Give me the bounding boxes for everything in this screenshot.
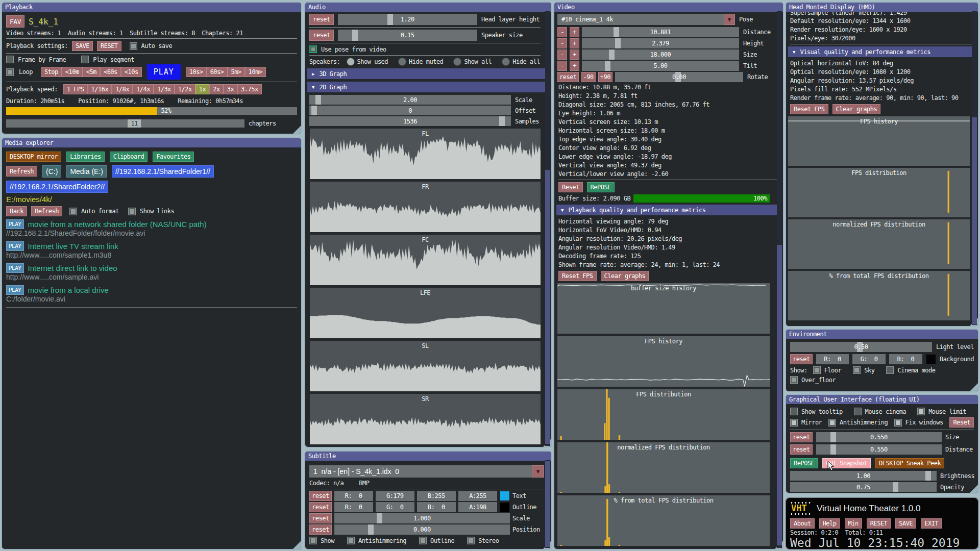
- auto-format-checkbox[interactable]: [69, 208, 77, 215]
- reset-button[interactable]: reset: [790, 432, 813, 442]
- subtitle-checkbox[interactable]: [309, 537, 317, 544]
- subtitle-track-dropdown[interactable]: 1 n/a - [en] - S_4k_1.idx 0: [309, 465, 532, 478]
- color-b-field[interactable]: B: 0: [417, 502, 456, 512]
- play-segment-checkbox[interactable]: [81, 56, 89, 63]
- drive-button[interactable]: Media (E:): [66, 165, 107, 178]
- media-item-title[interactable]: Internet direct link to video: [28, 264, 117, 272]
- seek-forward-button[interactable]: 60s>: [207, 67, 228, 77]
- gui-repose-button[interactable]: RePOSE: [790, 458, 818, 468]
- gui-checkbox[interactable]: [917, 408, 925, 415]
- color-a-field[interactable]: A:198: [458, 502, 497, 512]
- reset-button[interactable]: RESET: [97, 41, 121, 51]
- media-item-title[interactable]: movie from a network shared folder (NAS/…: [28, 220, 207, 229]
- subtitle-slider[interactable]: 1.000: [334, 513, 510, 523]
- rotate-reset-button[interactable]: reset: [557, 72, 579, 82]
- bg-reset-button[interactable]: reset: [790, 354, 813, 364]
- reset-button[interactable]: reset: [309, 524, 332, 535]
- subtitle-scrollbar[interactable]: [545, 460, 550, 548]
- reset-button[interactable]: reset: [309, 491, 332, 501]
- environment-checkbox[interactable]: [886, 366, 894, 374]
- seek-back-button[interactable]: <10s: [121, 67, 142, 77]
- speed-button[interactable]: 3.75x: [237, 84, 262, 94]
- resize-grip[interactable]: [293, 541, 301, 549]
- chapter-slider[interactable]: 11: [6, 119, 244, 128]
- refresh2-button[interactable]: Refresh: [31, 206, 62, 216]
- pose-reset-button[interactable]: Reset: [558, 182, 583, 192]
- light-level-slider[interactable]: 0.50: [790, 342, 932, 352]
- vht-button[interactable]: EXIT: [921, 518, 942, 529]
- video-scrollbar[interactable]: [777, 11, 782, 548]
- hmd-scrollbar[interactable]: [972, 11, 977, 325]
- seek-forward-button[interactable]: 5m>: [228, 67, 245, 77]
- visual-metrics-header[interactable]: ▼ Visual quality and performance metrics: [788, 46, 976, 57]
- refresh-button[interactable]: Refresh: [6, 166, 37, 177]
- chapter-slider-handle[interactable]: 11: [128, 119, 141, 128]
- clear-graphs-button[interactable]: Clear graphs: [601, 271, 649, 281]
- plus-button[interactable]: +: [570, 49, 579, 60]
- playback-metrics-header[interactable]: ▼ Playback quality and performance metri…: [556, 205, 781, 215]
- media-tab-button[interactable]: Libraries: [66, 152, 105, 162]
- bg-b-field[interactable]: B: 0: [889, 354, 922, 364]
- play-button[interactable]: PLAY: [147, 64, 181, 80]
- gui-slider2[interactable]: 0.75: [790, 482, 937, 492]
- show-links-checkbox[interactable]: [128, 208, 136, 215]
- resize-grip[interactable]: [970, 383, 978, 391]
- dropdown-arrow-icon[interactable]: ▼: [724, 14, 735, 25]
- speed-button[interactable]: 1 FPS: [63, 84, 88, 94]
- rotate-minus-90-button[interactable]: -90: [581, 72, 596, 82]
- rotate-slider[interactable]: 0.00: [615, 72, 743, 82]
- graph2d-slider[interactable]: 0: [309, 106, 511, 115]
- reset-button[interactable]: reset: [309, 14, 334, 25]
- frame-by-frame-checkbox[interactable]: [6, 56, 14, 63]
- gui-slider2[interactable]: 1.00: [790, 471, 937, 481]
- desktop-sneak-peek-button[interactable]: DESKTOP Sneak Peek: [875, 458, 944, 468]
- dropdown-arrow-icon[interactable]: ▼: [532, 465, 544, 478]
- play-item-button[interactable]: PLAY: [6, 263, 24, 273]
- graph2d-slider[interactable]: 2.00: [309, 95, 511, 105]
- plus-button[interactable]: +: [570, 38, 579, 48]
- seek-forward-button[interactable]: 10s>: [186, 67, 207, 77]
- plus-button[interactable]: +: [570, 27, 579, 37]
- color-a-field[interactable]: A:255: [458, 491, 497, 501]
- gui-slider[interactable]: 0.550: [816, 444, 942, 455]
- environment-checkbox[interactable]: [813, 366, 821, 374]
- vht-button[interactable]: SAVE: [895, 518, 916, 529]
- gui-slider[interactable]: 0.550: [816, 432, 942, 442]
- graph-2d-header[interactable]: ▼ 2D Graph: [307, 82, 549, 92]
- reset-button[interactable]: reset: [309, 513, 332, 523]
- resize-grip[interactable]: [293, 126, 301, 134]
- speaker-radio[interactable]: [398, 58, 406, 66]
- drive-button[interactable]: (C:): [42, 165, 61, 178]
- media-tab-button[interactable]: Favourites: [153, 152, 194, 162]
- gui-checkbox[interactable]: [790, 419, 798, 427]
- repose-button[interactable]: RePOSE: [587, 182, 615, 192]
- loop-checkbox[interactable]: [6, 68, 14, 76]
- speaker-radio[interactable]: [347, 58, 355, 66]
- speed-button[interactable]: 1/3x: [154, 84, 175, 94]
- minus-button[interactable]: -: [557, 38, 567, 48]
- rotate-plus-90-button[interactable]: +90: [598, 72, 612, 82]
- seek-back-button[interactable]: <10m: [62, 67, 83, 77]
- over-floor-checkbox[interactable]: [790, 376, 798, 384]
- gui-reset-button[interactable]: Reset: [949, 417, 974, 428]
- share-button-1[interactable]: //192.168.2.1/SharedFolder1//: [112, 165, 214, 178]
- video-slider[interactable]: 10.881: [582, 27, 739, 37]
- seek-forward-button[interactable]: 10m>: [245, 67, 266, 77]
- seek-back-button[interactable]: Stop: [41, 67, 62, 77]
- video-slider[interactable]: 5.00: [582, 61, 739, 71]
- minus-button[interactable]: -: [557, 49, 567, 60]
- speed-button[interactable]: 3x: [224, 84, 237, 94]
- gui-checkbox[interactable]: [894, 419, 902, 427]
- resize-grip[interactable]: [970, 485, 978, 493]
- color-g-field[interactable]: G: 0: [376, 502, 414, 512]
- speed-button[interactable]: 1/8x: [112, 84, 133, 94]
- reset-button[interactable]: reset: [309, 502, 332, 512]
- speed-button[interactable]: 1/2x: [175, 84, 195, 94]
- speaker-radio[interactable]: [502, 58, 510, 66]
- speaker-radio[interactable]: [453, 58, 461, 66]
- color-r-field[interactable]: R: 0: [334, 502, 373, 512]
- speed-button[interactable]: 1/4x: [133, 84, 154, 94]
- vht-button[interactable]: About: [790, 518, 815, 529]
- speed-button[interactable]: 1/16x: [88, 84, 112, 94]
- save-button[interactable]: SAVE: [72, 41, 93, 51]
